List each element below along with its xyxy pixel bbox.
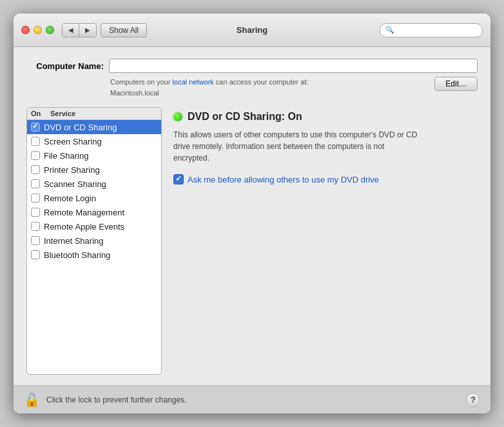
- dvd-drive-label[interactable]: Ask me before allowing others to use my …: [188, 175, 379, 184]
- detail-title: DVD or CD Sharing: On: [188, 111, 302, 123]
- computer-address: Macintosh.local: [110, 89, 159, 97]
- service-checkbox[interactable]: [31, 208, 40, 217]
- service-item[interactable]: Printer Sharing: [27, 163, 161, 177]
- service-item[interactable]: File Sharing: [27, 148, 161, 163]
- minimize-button[interactable]: [34, 26, 42, 34]
- service-item[interactable]: DVD or CD Sharing: [27, 120, 161, 134]
- bottom-bar: 🔓 Click the lock to prevent further chan…: [14, 385, 490, 413]
- service-name: File Sharing: [44, 151, 88, 161]
- search-icon: 🔍: [385, 26, 394, 34]
- service-item[interactable]: Scanner Sharing: [27, 177, 161, 191]
- service-checkbox[interactable]: [31, 222, 40, 231]
- service-name: Scanner Sharing: [44, 179, 106, 189]
- service-name: Remote Apple Events: [44, 222, 124, 232]
- help-button[interactable]: ?: [466, 393, 480, 407]
- dvd-drive-checkbox[interactable]: [173, 174, 184, 184]
- window-title: Sharing: [237, 25, 267, 35]
- service-checkbox[interactable]: [31, 236, 40, 245]
- back-button[interactable]: ◀: [63, 24, 79, 37]
- header-service: Service: [50, 110, 75, 117]
- computer-name-hint: Computers on your local network can acce…: [110, 77, 434, 98]
- service-checkbox[interactable]: [31, 250, 40, 259]
- detail-option-row: Ask me before allowing others to use my …: [173, 174, 478, 184]
- service-item[interactable]: Bluetooth Sharing: [27, 248, 161, 262]
- content-area: Computer Name: Computers on your local n…: [14, 47, 490, 385]
- lock-icon[interactable]: 🔓: [24, 392, 40, 408]
- detail-status-row: DVD or CD Sharing: On: [173, 111, 478, 123]
- service-item[interactable]: Remote Apple Events: [27, 219, 161, 233]
- service-checkbox[interactable]: [31, 194, 40, 203]
- service-name: Remote Login: [44, 194, 96, 203]
- sharing-window: ◀ ▶ Show All Sharing 🔍 Computer Name: Co…: [14, 14, 490, 413]
- nav-area: ◀ ▶ Show All: [62, 23, 147, 37]
- close-button[interactable]: [21, 26, 30, 34]
- computer-name-label: Computer Name:: [26, 61, 104, 71]
- nav-group: ◀ ▶: [62, 23, 97, 37]
- search-input[interactable]: [397, 26, 477, 35]
- titlebar: ◀ ▶ Show All Sharing 🔍: [14, 14, 490, 47]
- detail-panel: DVD or CD Sharing: On This allows users …: [171, 107, 478, 375]
- service-name: Remote Management: [44, 208, 124, 217]
- service-item[interactable]: Internet Sharing: [27, 233, 161, 248]
- computer-name-input[interactable]: [109, 59, 478, 73]
- search-box[interactable]: 🔍: [380, 23, 483, 37]
- service-name: Bluetooth Sharing: [44, 250, 110, 260]
- lock-text: Click the lock to prevent further change…: [46, 395, 466, 404]
- header-on: On: [31, 110, 50, 117]
- service-name: Internet Sharing: [44, 236, 104, 246]
- service-name: Printer Sharing: [44, 165, 100, 175]
- services-area: On Service DVD or CD SharingScreen Shari…: [26, 107, 478, 375]
- services-list: On Service DVD or CD SharingScreen Shari…: [26, 107, 162, 375]
- services-items: DVD or CD SharingScreen SharingFile Shar…: [27, 120, 161, 374]
- service-name: DVD or CD Sharing: [44, 123, 117, 132]
- hint-edit-row: Computers on your local network can acce…: [26, 77, 478, 98]
- service-checkbox[interactable]: [31, 179, 40, 188]
- service-checkbox[interactable]: [31, 123, 40, 132]
- service-checkbox[interactable]: [31, 165, 40, 174]
- forward-button[interactable]: ▶: [79, 24, 96, 37]
- show-all-button[interactable]: Show All: [101, 23, 147, 37]
- status-indicator: [173, 112, 182, 121]
- service-checkbox[interactable]: [31, 137, 40, 146]
- detail-description: This allows users of other computers to …: [173, 129, 418, 164]
- edit-button[interactable]: Edit…: [434, 77, 478, 91]
- local-network-link[interactable]: local network: [173, 78, 214, 86]
- traffic-lights: [21, 26, 54, 34]
- service-item[interactable]: Remote Management: [27, 205, 161, 219]
- service-item[interactable]: Remote Login: [27, 191, 161, 205]
- service-item[interactable]: Screen Sharing: [27, 134, 161, 148]
- service-name: Screen Sharing: [44, 137, 102, 146]
- computer-name-row: Computer Name:: [26, 59, 478, 73]
- maximize-button[interactable]: [46, 26, 54, 34]
- services-header: On Service: [27, 108, 161, 120]
- service-checkbox[interactable]: [31, 151, 40, 160]
